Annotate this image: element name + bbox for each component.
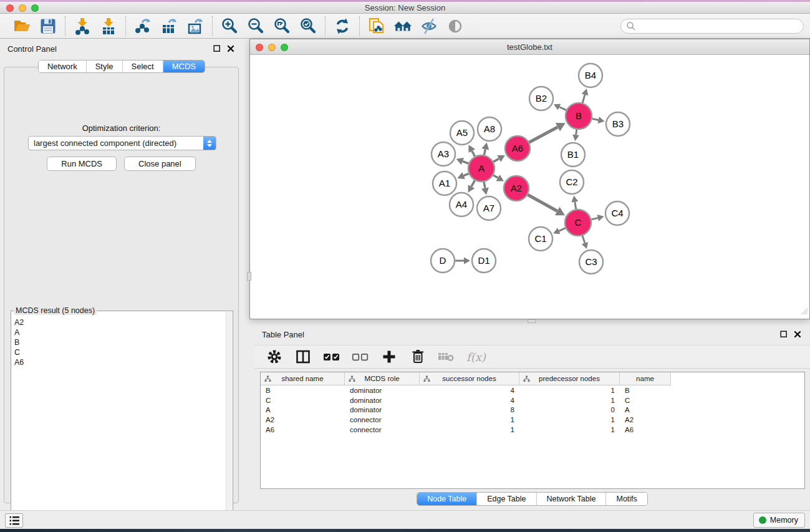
graph-edge-A-A3[interactable] — [463, 162, 469, 164]
function-builder-icon[interactable]: f(x) — [466, 351, 486, 364]
network-canvas[interactable]: B4B2BB3A8A5A6A3B1AC2A1A2A4A7C4CC1DD1C3 — [251, 56, 809, 318]
graph-edge-A-A5[interactable] — [472, 151, 475, 157]
tab-select[interactable]: Select — [123, 60, 163, 72]
mcds-result-item[interactable]: C — [12, 347, 225, 357]
zoom-network-window-button[interactable] — [281, 44, 288, 51]
graph-node-B3[interactable]: B3 — [606, 112, 630, 136]
close-panel-button[interactable]: Close panel — [124, 157, 196, 171]
mcds-result-item[interactable]: A2 — [12, 317, 225, 327]
column-sort-icon[interactable] — [423, 375, 430, 382]
graph-node-B1[interactable]: B1 — [561, 143, 585, 167]
show-columns-icon[interactable] — [294, 348, 312, 365]
graph-edge-A-A4[interactable] — [471, 180, 475, 186]
graph-edge-C-C1[interactable] — [559, 228, 565, 231]
optimization-criterion-dropdown[interactable]: largest connected component (directed) — [28, 136, 216, 150]
column-header-name[interactable]: name — [620, 372, 671, 385]
zoom-in-icon[interactable] — [220, 17, 239, 36]
graph-edge-B-B3[interactable] — [592, 118, 599, 120]
graph-node-A7[interactable]: A7 — [477, 196, 501, 220]
zoom-fit-icon[interactable] — [272, 17, 291, 36]
table-tab-motifs[interactable]: Motifs — [606, 493, 647, 505]
float-panel-icon[interactable] — [212, 44, 222, 53]
run-mcds-button[interactable]: Run MCDS — [47, 157, 117, 171]
zoom-out-icon[interactable] — [246, 17, 265, 36]
tab-network[interactable]: Network — [39, 60, 87, 72]
graph-node-D[interactable]: D — [431, 249, 455, 273]
table-settings-gear-icon[interactable] — [266, 348, 283, 365]
column-header-shared-name[interactable]: shared name — [261, 372, 345, 385]
graph-edge-A2-C[interactable] — [528, 195, 557, 211]
mcds-result-item[interactable]: A6 — [12, 357, 225, 367]
graph-node-A3[interactable]: A3 — [432, 142, 455, 166]
open-session-icon[interactable] — [12, 17, 31, 36]
vertical-splitter-handle[interactable] — [247, 272, 251, 281]
table-row[interactable]: A2connector11A2 — [261, 415, 804, 425]
import-network-icon[interactable] — [73, 17, 92, 36]
table-row[interactable]: A6connector11A6 — [261, 425, 804, 435]
column-sort-icon[interactable] — [349, 375, 355, 382]
horizontal-splitter-handle[interactable] — [528, 319, 536, 323]
graph-edge-C-C3[interactable] — [582, 236, 585, 243]
table-tab-edge-table[interactable]: Edge Table — [477, 493, 536, 505]
close-window-button[interactable] — [6, 4, 14, 12]
table-tab-node-table[interactable]: Node Table — [417, 493, 477, 505]
window-resize-grip[interactable] — [800, 306, 808, 317]
delete-column-icon[interactable] — [409, 348, 427, 365]
graph-node-B4[interactable]: B4 — [579, 64, 602, 87]
mcds-result-scrollbar[interactable] — [226, 312, 232, 521]
graph-edge-C-C4[interactable] — [591, 218, 598, 220]
graph-node-A4[interactable]: A4 — [450, 193, 473, 216]
zoom-selected-icon[interactable] — [299, 17, 317, 36]
graph-edge-B-B2[interactable] — [559, 107, 566, 110]
add-column-icon[interactable] — [380, 348, 398, 365]
mcds-result-item[interactable]: B — [12, 337, 225, 347]
graph-node-A5[interactable]: A5 — [450, 121, 474, 145]
graph-node-C[interactable]: C — [565, 210, 591, 236]
column-sort-icon[interactable] — [264, 375, 271, 382]
minimize-window-button[interactable] — [19, 4, 26, 12]
tab-mcds[interactable]: MCDS — [163, 60, 205, 72]
export-network-icon[interactable] — [133, 17, 152, 36]
graph-node-C1[interactable]: C1 — [529, 227, 552, 251]
show-graphics-details-icon[interactable] — [446, 17, 465, 36]
deselect-all-icon[interactable] — [352, 348, 369, 365]
close-network-window-button[interactable] — [256, 44, 263, 51]
tab-style[interactable]: Style — [87, 60, 123, 72]
graph-edge-A-A7[interactable] — [484, 182, 485, 188]
float-table-panel-icon[interactable] — [779, 330, 789, 339]
column-header-successor-nodes[interactable]: successor nodes — [420, 372, 519, 385]
graph-node-D1[interactable]: D1 — [472, 249, 496, 273]
zoom-window-button[interactable] — [31, 4, 39, 12]
column-header-predecessor-nodes[interactable]: predecessor nodes — [519, 372, 620, 385]
close-table-panel-icon[interactable] — [793, 330, 803, 339]
export-image-icon[interactable] — [186, 17, 205, 36]
graph-edge-A6-B[interactable] — [529, 127, 558, 142]
minimize-network-window-button[interactable] — [268, 44, 276, 51]
graph-node-A6[interactable]: A6 — [505, 136, 530, 161]
search-input[interactable] — [620, 19, 804, 34]
column-sort-icon[interactable] — [523, 375, 530, 382]
graph-node-B[interactable]: B — [566, 103, 592, 129]
close-panel-icon[interactable] — [226, 44, 236, 53]
table-tab-network-table[interactable]: Network Table — [537, 493, 607, 505]
graph-edge-A-A1[interactable] — [464, 173, 469, 175]
graph-node-B2[interactable]: B2 — [529, 87, 553, 110]
home-views-icon[interactable] — [393, 17, 412, 36]
graph-edge-C-C2[interactable] — [575, 202, 576, 210]
graph-node-A[interactable]: A — [468, 155, 494, 181]
graph-node-A8[interactable]: A8 — [478, 117, 501, 141]
graph-node-C2[interactable]: C2 — [560, 170, 584, 194]
delete-table-icon[interactable] — [438, 348, 455, 365]
select-all-icon[interactable] — [323, 348, 340, 365]
mcds-result-item[interactable]: A — [12, 327, 225, 337]
export-table-icon[interactable] — [160, 17, 178, 36]
network-snapshot-icon[interactable] — [367, 17, 386, 36]
import-table-icon[interactable] — [99, 17, 118, 36]
save-session-icon[interactable] — [39, 17, 57, 36]
hide-graphics-details-icon[interactable] — [420, 17, 438, 36]
graph-edge-B-B1[interactable] — [576, 130, 577, 135]
graph-edge-B-B4[interactable] — [582, 95, 585, 103]
graph-node-A1[interactable]: A1 — [433, 172, 456, 195]
table-row[interactable]: Adominator80A — [261, 405, 804, 415]
graph-node-C3[interactable]: C3 — [579, 250, 603, 274]
